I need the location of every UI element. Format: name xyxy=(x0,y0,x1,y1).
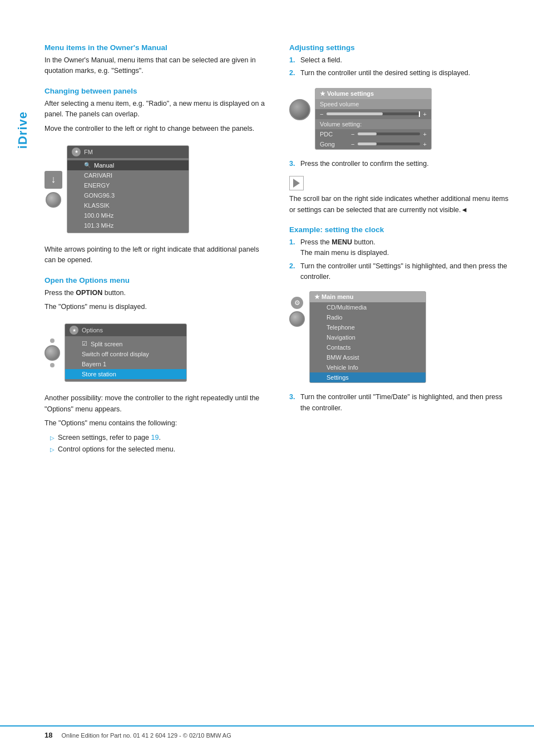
scroll-note: The scroll bar on the right side indicat… xyxy=(289,194,512,215)
clock-step2-text: Turn the controller until "Settings" is … xyxy=(300,261,512,283)
down-arrow-button: ↓ xyxy=(44,171,62,189)
bullet-control-options: Control options for the selected menu. xyxy=(50,444,267,455)
pdc-plus-icon: + xyxy=(423,131,427,138)
options-header-label: Options xyxy=(82,327,103,333)
fm-row-gong: GONG96.3 xyxy=(67,190,189,200)
vol-slider-row: − + xyxy=(315,109,431,119)
clock-step1-text: Press the MENU button.The main menu is d… xyxy=(300,237,389,259)
clock-step3-text: Turn the controller until "Time/Date" is… xyxy=(300,392,512,414)
step1-num: 1. xyxy=(289,55,297,66)
clock-step3-list: 3. Turn the controller until "Time/Date"… xyxy=(289,392,512,414)
section-menu-items: Menu items in the Owner's Manual In the … xyxy=(44,43,267,77)
bullet-screen-settings-text: Screen settings, refer to page 19. xyxy=(58,433,161,443)
options-row-bayern: Bayern 1 xyxy=(65,359,186,369)
section-heading-adjusting: Adjusting settings xyxy=(289,43,512,52)
vol-minus-icon: − xyxy=(320,111,323,117)
footer-copyright: Online Edition for Part no. 01 41 2 604 … xyxy=(61,732,231,739)
small-dot xyxy=(50,338,55,343)
controller-knob-fm xyxy=(46,192,61,208)
options-screen-body: ☑ Split screen Switch off control displa… xyxy=(65,336,186,381)
fm-screen-body: 🔍 Manual CARIVARI ENERGY GONG96.3 KLASSI… xyxy=(67,158,189,233)
vol-screen-header: ★ Volume settings xyxy=(315,89,431,99)
clock-step2-num: 2. xyxy=(289,261,297,283)
bullet-control-options-text: Control options for the selected menu. xyxy=(58,444,175,455)
scroll-box xyxy=(289,176,304,190)
link-page19[interactable]: 19 xyxy=(151,434,159,441)
options-header-icon: ★ xyxy=(70,326,78,335)
fm-header-icon: ★ xyxy=(72,148,81,156)
bullet-screen-settings: Screen settings, refer to page 19. xyxy=(50,433,267,443)
fm-screen-header: ★ FM xyxy=(67,146,189,158)
main-menu-screen: ★ Main menu CD/Multimedia Radio Telephon… xyxy=(309,291,426,383)
adjusting-steps-list: 1. Select a field. 2. Turn the controlle… xyxy=(289,55,512,79)
pdc-minus-icon: − xyxy=(351,131,354,138)
section-menu-items-body: In the Owner's Manual, menu items that c… xyxy=(44,55,267,77)
options-bullet-list: Screen settings, refer to page 19. Contr… xyxy=(50,433,267,455)
step2-num: 2. xyxy=(289,68,297,78)
adjusting-step-2: 2. Turn the controller until the desired… xyxy=(289,68,512,78)
mainmenu-item-navigation: Navigation xyxy=(310,332,426,342)
mainmenu-item-telephone: Telephone xyxy=(310,322,426,332)
clock-steps-list: 1. Press the MENU button.The main menu i… xyxy=(289,237,512,283)
vol-subheader: Speed volume xyxy=(315,99,431,109)
options-instruction: Press the OPTION button. xyxy=(44,288,267,298)
options-row-switch-off: Switch off control display xyxy=(65,349,186,359)
vol-pdc-row: PDC − + xyxy=(315,129,431,139)
clock-step-2: 2. Turn the controller until "Settings" … xyxy=(289,261,512,283)
slider-marker xyxy=(419,111,420,117)
mainmenu-header-icon: ★ xyxy=(314,293,320,300)
pdc-label: PDC xyxy=(320,131,348,138)
section-options-menu: Open the Options menu Press the OPTION b… xyxy=(44,276,267,455)
vol-screen-wrapper: ★ Volume settings Speed volume − + Volum… xyxy=(289,82,512,155)
options-screen-wrapper: ★ Options ☑ Split screen Switch off cont… xyxy=(44,318,267,387)
controller-knob-mainmenu xyxy=(289,311,305,327)
vol-setting-label: Volume setting: xyxy=(315,119,431,129)
page-container: iDrive Menu items in the Owner's Manual … xyxy=(0,0,534,756)
vol-knob-side xyxy=(289,99,310,120)
options-screen-header: ★ Options xyxy=(65,324,186,336)
section-heading-changing-panels: Changing between panels xyxy=(44,87,267,95)
options-body1: Another possibility: move the controller… xyxy=(44,393,267,415)
gong-plus-icon: + xyxy=(423,141,427,148)
volume-screen: ★ Volume settings Speed volume − + Volum… xyxy=(315,88,432,150)
fm-left-controls: ↓ xyxy=(44,171,62,208)
controller-knob-options xyxy=(44,345,60,361)
changing-panels-body2: Move the controller to the left or right… xyxy=(44,124,267,134)
section-heading-menu-items: Menu items in the Owner's Manual xyxy=(44,43,267,52)
mainmenu-header: ★ Main menu xyxy=(310,292,426,302)
gong-label: Gong xyxy=(320,141,348,148)
fm-screen: ★ FM 🔍 Manual CARIVARI ENERGY GONG96.3 K… xyxy=(67,145,189,233)
adjusting-step3-list: 3. Press the controller to confirm the s… xyxy=(289,159,512,169)
fm-row-energy: ENERGY xyxy=(67,180,189,190)
options-body2: The "Options" menu contains the followin… xyxy=(44,418,267,429)
mainmenu-item-vehicle-info: Vehicle Info xyxy=(310,362,426,372)
vol-slider-fill xyxy=(327,112,382,115)
step2-text: Turn the controller until the desired se… xyxy=(300,68,470,78)
options-knob-area xyxy=(44,338,60,367)
gear-icon: ⚙ xyxy=(291,297,303,309)
sidebar-label: iDrive xyxy=(16,111,30,149)
footer: 18 Online Edition for Part no. 01 41 2 6… xyxy=(0,725,534,739)
mainmenu-wrapper: ⚙ ★ Main menu CD/Multimedia Radio Teleph… xyxy=(289,286,512,389)
section-changing-panels: Changing between panels After selecting … xyxy=(44,87,267,266)
section-heading-options: Open the Options menu xyxy=(44,276,267,284)
split-screen-icon: ☑ xyxy=(82,340,87,347)
adjusting-step-3: 3. Press the controller to confirm the s… xyxy=(289,159,512,169)
search-icon-fm: 🔍 xyxy=(84,162,91,168)
gong-slider xyxy=(358,143,419,145)
step3-num: 3. xyxy=(289,159,297,169)
adjusting-step-1: 1. Select a field. xyxy=(289,55,512,66)
pdc-slider-fill xyxy=(358,132,376,135)
mainmenu-item-radio: Radio xyxy=(310,312,426,322)
section-heading-clock: Example: setting the clock xyxy=(289,225,512,234)
vol-header-icon: ★ xyxy=(320,90,325,97)
step3-text: Press the controller to confirm the sett… xyxy=(300,159,429,169)
clock-step-3: 3. Turn the controller until "Time/Date"… xyxy=(289,392,512,414)
mainmenu-item-cd: CD/Multimedia xyxy=(310,302,426,312)
mainmenu-knob-side: ⚙ xyxy=(289,297,305,327)
right-column: Adjusting settings 1. Select a field. 2.… xyxy=(289,33,512,458)
vol-gong-row: Gong − + xyxy=(315,139,431,149)
mainmenu-item-settings: Settings xyxy=(310,372,426,382)
content-area: Menu items in the Owner's Manual In the … xyxy=(44,33,512,458)
fm-row-101: 101.3 MHz xyxy=(67,220,189,230)
